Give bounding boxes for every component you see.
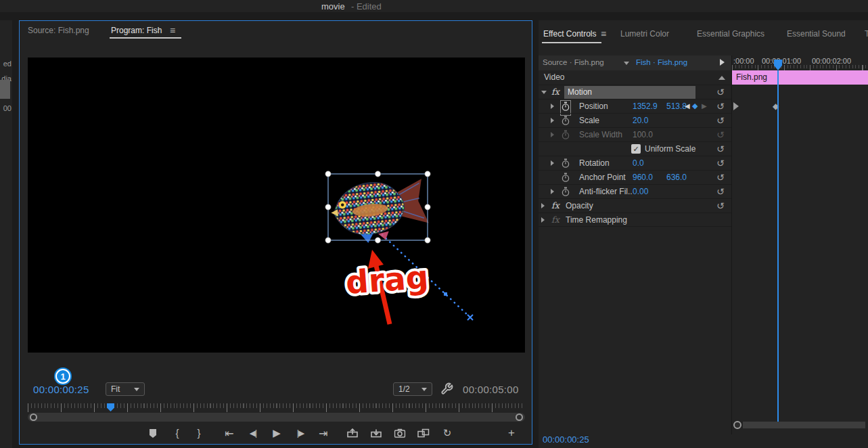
add-keyframe-icon[interactable]: ◆: [692, 102, 698, 110]
effect-timeline-ruler[interactable]: [732, 65, 868, 70]
reset-icon[interactable]: ↺: [716, 143, 725, 154]
property-row-scale[interactable]: Scale 20.0 ↺: [539, 113, 731, 127]
export-frame-button[interactable]: [394, 428, 406, 438]
effect-playhead-line[interactable]: [777, 70, 779, 425]
mark-in-button[interactable]: {: [175, 427, 179, 439]
chevron-right-icon[interactable]: [551, 189, 554, 194]
collapse-section-icon[interactable]: [718, 76, 725, 80]
motion-effect-selected[interactable]: Motion: [564, 86, 695, 99]
panel-menu-icon[interactable]: ≡: [601, 28, 606, 39]
chevron-down-icon: [421, 388, 427, 391]
reset-icon[interactable]: ↺: [716, 172, 725, 183]
reset-icon[interactable]: ↺: [716, 186, 725, 197]
video-section-header[interactable]: Video: [539, 70, 731, 85]
property-row-position[interactable]: Position 1352.9 513.8 ◀ ◆ ▶ ↺: [539, 99, 731, 113]
timeline-clip-name: Fish.png: [736, 72, 767, 82]
strip-fragment: 00: [3, 104, 12, 112]
fx-icon[interactable]: fx: [551, 200, 559, 210]
step-badge-number: 1: [60, 372, 65, 382]
property-row-scale-width[interactable]: Scale Width 100.0 ↺: [539, 127, 731, 141]
document-title: movie: [321, 1, 345, 12]
property-row-anti-flicker[interactable]: Anti-flicker Fil.. 0.00 ↺: [539, 184, 731, 198]
position-y-value[interactable]: 513.8: [666, 102, 687, 111]
reset-icon[interactable]: ↺: [716, 115, 725, 126]
uniform-scale-checkbox[interactable]: ✓: [631, 144, 641, 154]
add-marker-button[interactable]: [149, 428, 158, 439]
fish-image[interactable]: [328, 177, 430, 246]
reset-icon[interactable]: ↺: [716, 158, 725, 169]
effect-controls-timecode[interactable]: 00:00:00:25: [543, 434, 589, 445]
tab-effect-controls[interactable]: Effect Controls: [543, 29, 596, 39]
timeline-clip[interactable]: Fish.png: [732, 70, 868, 85]
step-forward-button[interactable]: |▶: [297, 428, 304, 438]
property-row-uniform-scale[interactable]: ✓ Uniform Scale ↺: [539, 141, 731, 156]
reset-icon[interactable]: ↺: [716, 87, 725, 97]
chevron-right-icon[interactable]: [541, 203, 545, 208]
position-x-value[interactable]: 1352.9: [633, 102, 658, 111]
lift-button[interactable]: [347, 428, 359, 438]
keyframe-summary-arrow-icon[interactable]: [733, 102, 739, 110]
scale-width-value: 100.0: [633, 130, 653, 139]
playback-resolution-select[interactable]: 1/2: [393, 382, 432, 396]
next-keyframe-icon[interactable]: ▶: [702, 102, 707, 110]
extract-button[interactable]: [371, 428, 382, 438]
go-to-out-button[interactable]: ⇥: [319, 427, 327, 440]
play-button[interactable]: ▶: [273, 427, 281, 439]
property-label: Uniform Scale: [645, 144, 695, 154]
selected-clip-label[interactable]: Fish · Fish.png: [636, 58, 687, 66]
reset-icon[interactable]: ↺: [716, 200, 725, 211]
property-row-anchor-point[interactable]: Anchor Point 960.0 636.0 ↺: [539, 170, 731, 184]
transport-controls: { } ⇤ ◀| ▶ |▶ ⇥: [20, 426, 532, 443]
anti-flicker-value[interactable]: 0.00: [633, 187, 648, 196]
chevron-right-icon[interactable]: [551, 160, 554, 166]
zoom-level-select[interactable]: Fit: [106, 382, 145, 396]
go-to-in-button[interactable]: ⇤: [225, 427, 233, 440]
anchor-x-value[interactable]: 960.0: [633, 173, 653, 182]
rotation-value[interactable]: 0.0: [633, 158, 644, 168]
active-tab-underline: [542, 42, 601, 43]
active-tab-underline: [110, 37, 181, 39]
tab-program-monitor[interactable]: Program: Fish: [111, 26, 162, 35]
ruler-label: :00:00: [733, 57, 754, 65]
button-editor-button[interactable]: +: [508, 426, 515, 440]
reset-icon[interactable]: ↺: [716, 101, 725, 112]
effect-row-opacity[interactable]: fx Opacity ↺: [539, 198, 731, 212]
current-timecode[interactable]: 00:00:00:25: [33, 384, 89, 395]
scrollbar-left-handle[interactable]: [30, 413, 37, 421]
effect-row-time-remapping[interactable]: fx Time Remapping: [539, 212, 731, 227]
tab-source-monitor[interactable]: Source: Fish.png: [28, 26, 89, 35]
loop-button[interactable]: ↻: [443, 427, 452, 439]
anchor-y-value[interactable]: 636.0: [666, 173, 687, 182]
panel-menu-icon[interactable]: ≡: [170, 25, 175, 36]
program-timeline-ruler[interactable]: [28, 403, 525, 412]
play-around-icon[interactable]: [720, 59, 725, 66]
section-label: Video: [544, 72, 564, 82]
scale-value[interactable]: 20.0: [633, 116, 648, 125]
timeline-scrollbar[interactable]: [743, 422, 865, 428]
chevron-right-icon[interactable]: [541, 217, 545, 223]
source-clip-select[interactable]: Source · Fish.png: [543, 58, 604, 66]
fx-icon[interactable]: fx: [551, 87, 559, 97]
sequence-duration: 00:00:05:00: [463, 384, 519, 395]
program-video-viewer[interactable]: drag: [28, 58, 525, 353]
effect-row-motion[interactable]: fx Motion ↺: [539, 85, 731, 99]
property-label: Anti-flicker Fil..: [579, 187, 633, 196]
wrench-icon[interactable]: [440, 382, 453, 398]
previous-keyframe-icon[interactable]: ◀: [685, 102, 690, 110]
chevron-right-icon[interactable]: [551, 118, 554, 123]
chevron-right-icon[interactable]: [551, 104, 554, 109]
premiere-app-window: movie - Edited ed dia 00 Source: Fish.pn…: [0, 0, 868, 448]
reset-icon: ↺: [716, 129, 725, 140]
scrollbar-right-handle[interactable]: [516, 413, 523, 421]
program-zoom-scrollbar[interactable]: [28, 413, 525, 422]
fx-icon: fx: [551, 215, 559, 225]
comparison-view-button[interactable]: [417, 428, 430, 439]
step-back-button[interactable]: ◀|: [250, 428, 256, 438]
timeline-scroll-handle[interactable]: [733, 421, 741, 429]
mark-out-button[interactable]: }: [197, 427, 200, 439]
property-row-rotation[interactable]: Rotation 0.0 ↺: [539, 156, 731, 170]
tab-lumetri-color[interactable]: Lumetri Color: [620, 29, 669, 39]
tab-essential-sound[interactable]: Essential Sound: [787, 29, 846, 39]
tab-essential-graphics[interactable]: Essential Graphics: [697, 29, 764, 39]
chevron-down-icon[interactable]: [541, 91, 547, 94]
